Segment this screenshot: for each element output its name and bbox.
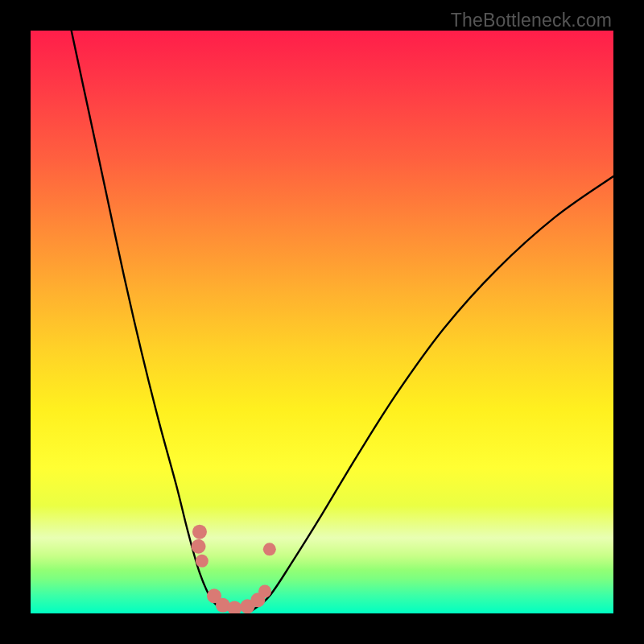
- sample-markers: [192, 525, 276, 613]
- chart-frame: TheBottleneck.com: [0, 0, 644, 644]
- right-curve: [252, 176, 613, 610]
- sample-point: [192, 539, 206, 554]
- attribution-label: TheBottleneck.com: [451, 10, 612, 31]
- plot-area: [31, 31, 613, 613]
- left-curve: [72, 31, 223, 610]
- sample-point: [258, 584, 271, 597]
- sample-point: [192, 525, 207, 539]
- sample-point: [263, 543, 276, 555]
- chart-svg: [31, 31, 613, 613]
- sample-point: [196, 555, 208, 568]
